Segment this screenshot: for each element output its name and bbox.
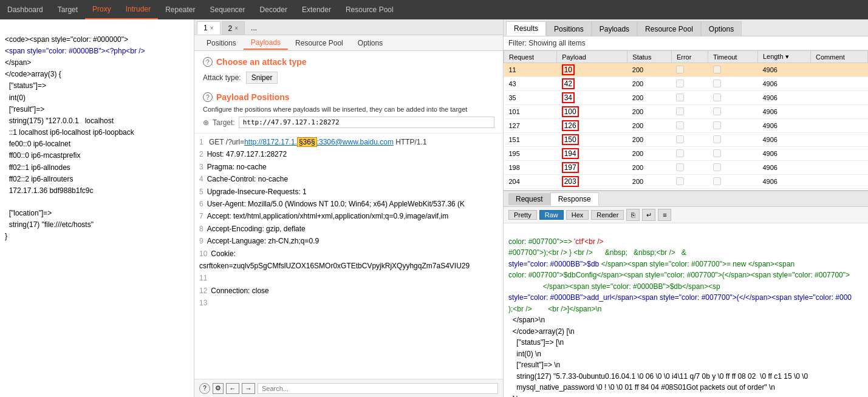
table-row[interactable]: 198 197 200 4906 bbox=[504, 161, 868, 175]
col-status[interactable]: Status bbox=[627, 51, 672, 63]
http-request-area: 1 GET /?url=http://8172.17.1.§36§:3306@w… bbox=[194, 133, 503, 379]
btn-raw[interactable]: Raw bbox=[539, 210, 564, 220]
tab-payloads[interactable]: Payloads bbox=[592, 21, 637, 36]
table-row[interactable]: 127 126 200 4906 bbox=[504, 119, 868, 133]
payload-positions-help[interactable]: ? bbox=[203, 92, 213, 102]
settings-button[interactable]: ⚙ bbox=[213, 383, 224, 394]
tab-positions[interactable]: Positions bbox=[546, 21, 592, 36]
response-content: color: #007700">=> 'ctf'<br /> #007700">… bbox=[504, 223, 868, 397]
col-length[interactable]: Length ▾ bbox=[757, 51, 810, 63]
nav-target[interactable]: Target bbox=[50, 0, 85, 19]
table-row[interactable]: 151 150 200 4906 bbox=[504, 133, 868, 147]
next-button[interactable]: → bbox=[242, 383, 255, 394]
tab-request[interactable]: Request bbox=[508, 193, 550, 205]
tab-1-label: 1 bbox=[203, 24, 208, 32]
results-top-tabs: Results Positions Payloads Resource Pool… bbox=[504, 19, 868, 36]
btn-hex[interactable]: Hex bbox=[566, 210, 589, 220]
col-comment[interactable]: Comment bbox=[811, 51, 868, 63]
req-line-12: 12Connection: close bbox=[199, 285, 498, 297]
btn-render[interactable]: Render bbox=[591, 210, 624, 220]
req-line-7: 7Accept: text/html,application/xhtml+xml… bbox=[199, 210, 498, 222]
req-line-5: 5Upgrade-Insecure-Requests: 1 bbox=[199, 186, 498, 198]
req-resp-area: Request Response Pretty Raw Hex Render ⎘… bbox=[504, 190, 868, 397]
numbered-tabs: 1 × 2 × ... bbox=[194, 19, 503, 35]
attack-type-value: Sniper bbox=[246, 72, 278, 84]
table-row[interactable]: 43 42 200 4906 bbox=[504, 77, 868, 91]
tab-options[interactable]: Options bbox=[701, 21, 742, 36]
tab-2-close[interactable]: × bbox=[234, 25, 238, 32]
target-input[interactable] bbox=[239, 117, 494, 128]
req-line-13: 13 bbox=[199, 297, 498, 309]
table-row[interactable]: 195 194 200 4906 bbox=[504, 147, 868, 161]
filter-bar: Filter: Showing all items bbox=[504, 36, 868, 50]
col-timeout[interactable]: Timeout bbox=[708, 51, 758, 63]
table-row[interactable]: 35 34 200 4906 bbox=[504, 91, 868, 105]
payload-positions-section: ? Payload Positions Configure the positi… bbox=[194, 87, 503, 133]
req-resp-tabs: Request Response bbox=[504, 191, 868, 207]
add-target-icon[interactable]: ⊕ bbox=[203, 118, 209, 127]
col-request[interactable]: Request bbox=[504, 51, 557, 63]
target-label: Target: bbox=[213, 118, 235, 127]
attack-type-help[interactable]: ? bbox=[203, 57, 213, 67]
btn-wrap[interactable]: ↵ bbox=[642, 209, 655, 221]
nav-intruder[interactable]: Intruder bbox=[118, 0, 158, 19]
left-code-area: <code><span style="color: #000000"> <spa… bbox=[0, 19, 194, 397]
payload-positions-title: Payload Positions bbox=[216, 92, 290, 102]
req-line-10: 10Cookie: csrftoken=zuqlv5pSgCMfslUZOX16… bbox=[199, 248, 498, 273]
req-line-8: 8Accept-Encoding: gzip, deflate bbox=[199, 223, 498, 235]
tab-1-close[interactable]: × bbox=[210, 25, 214, 32]
req-line-3: 3Pragma: no-cache bbox=[199, 161, 498, 173]
nav-proxy[interactable]: Proxy bbox=[85, 0, 118, 19]
attack-type-label: Attack type: bbox=[203, 73, 241, 82]
payload-positions-desc: Configure the positions where payloads w… bbox=[203, 106, 494, 113]
btn-pretty[interactable]: Pretty bbox=[508, 210, 537, 220]
req-line-6: 6User-Agent: Mozilla/5.0 (Windows NT 10.… bbox=[199, 198, 498, 210]
tab-resource-pool[interactable]: Resource Pool bbox=[637, 21, 701, 36]
btn-copy[interactable]: ⎘ bbox=[626, 209, 640, 221]
intruder-panel: 1 × 2 × ... Positions Payloads Resource … bbox=[194, 19, 504, 397]
req-line-11: 11 bbox=[199, 272, 498, 284]
subtab-payloads[interactable]: Payloads bbox=[244, 36, 288, 50]
search-input[interactable] bbox=[258, 383, 498, 394]
filter-text: Filter: Showing all items bbox=[508, 39, 586, 47]
req-line-1: 1 GET /?url=http://8172.17.1.§36§:3306@w… bbox=[199, 136, 498, 148]
response-toolbar: Pretty Raw Hex Render ⎘ ↵ ≡ bbox=[504, 207, 868, 223]
req-line-9: 9Accept-Language: zh-CN,zh;q=0.9 bbox=[199, 235, 498, 247]
subtab-positions[interactable]: Positions bbox=[199, 37, 244, 49]
tab-more[interactable]: ... bbox=[246, 21, 262, 35]
help-button[interactable]: ? bbox=[199, 383, 210, 394]
table-row[interactable]: 11 10 200 4906 bbox=[504, 63, 868, 77]
nav-resource-pool[interactable]: Resource Pool bbox=[338, 0, 401, 19]
nav-decoder[interactable]: Decoder bbox=[253, 0, 295, 19]
attack-type-section: ? Choose an attack type Attack type: Sni… bbox=[194, 51, 503, 87]
subtab-resource-pool[interactable]: Resource Pool bbox=[288, 37, 350, 49]
results-table-wrapper: Request Payload Status Error Timeout Len… bbox=[504, 50, 868, 190]
tab-2[interactable]: 2 × bbox=[222, 21, 245, 35]
col-payload[interactable]: Payload bbox=[557, 51, 627, 63]
table-row[interactable]: 204 203 200 4906 bbox=[504, 175, 868, 189]
attack-type-title: Choose an attack type bbox=[216, 57, 307, 67]
tab-2-label: 2 bbox=[228, 24, 233, 33]
nav-dashboard[interactable]: Dashboard bbox=[0, 0, 50, 19]
req-line-2: 2Host: 47.97.127.1:28272 bbox=[199, 148, 498, 160]
tab-results[interactable]: Results bbox=[506, 21, 546, 36]
results-panel: Results Positions Payloads Resource Pool… bbox=[504, 19, 868, 397]
left-panel: <code><span style="color: #000000"> <spa… bbox=[0, 19, 194, 397]
top-nav: Dashboard Target Proxy Intruder Repeater… bbox=[0, 0, 868, 19]
req-line-4: 4Cache-Control: no-cache bbox=[199, 173, 498, 185]
nav-payloads[interactable]: Extender bbox=[295, 0, 338, 19]
subtab-options[interactable]: Options bbox=[350, 37, 390, 49]
prev-button[interactable]: ← bbox=[226, 383, 239, 394]
sub-tabs: Positions Payloads Resource Pool Options bbox=[194, 35, 503, 51]
nav-sequencer[interactable]: Sequencer bbox=[203, 0, 253, 19]
nav-repeater[interactable]: Repeater bbox=[158, 0, 202, 19]
col-error[interactable]: Error bbox=[671, 51, 708, 63]
btn-menu[interactable]: ≡ bbox=[658, 209, 671, 221]
bottom-toolbar: ? ⚙ ← → bbox=[194, 379, 503, 397]
table-row[interactable]: 101 100 200 4906 bbox=[504, 105, 868, 119]
tab-1[interactable]: 1 × bbox=[197, 21, 220, 35]
tab-response[interactable]: Response bbox=[550, 192, 599, 206]
